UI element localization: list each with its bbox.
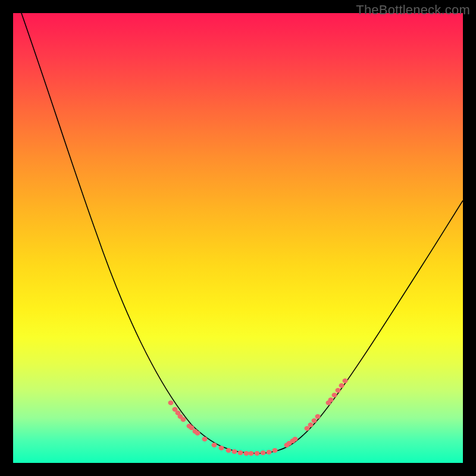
- curve-marker: [308, 422, 314, 427]
- curve-marker: [305, 426, 310, 431]
- chart-frame: TheBottleneck.com: [0, 0, 476, 476]
- curve-marker: [267, 450, 272, 455]
- curve-marker: [232, 449, 237, 454]
- curve-marker: [168, 400, 174, 405]
- curve-marker: [202, 437, 208, 441]
- chart-svg: [13, 13, 463, 463]
- curve-marker: [219, 446, 224, 450]
- curve-line: [13, 13, 463, 453]
- curve-marker: [238, 450, 243, 455]
- curve-marker: [195, 431, 201, 436]
- curve-marker: [249, 451, 254, 456]
- plot-area: [13, 13, 463, 463]
- curve-marker: [273, 448, 278, 453]
- curve-marker: [339, 383, 345, 388]
- curve-marker: [255, 451, 260, 456]
- curve-marker: [244, 451, 249, 456]
- curve-marker: [212, 443, 217, 447]
- curve-marker: [343, 378, 348, 383]
- curve-marker: [332, 393, 337, 397]
- curve-marker: [181, 417, 186, 422]
- curve-marker: [315, 414, 321, 419]
- curve-marker: [189, 425, 195, 430]
- curve-marker: [328, 397, 334, 402]
- watermark-text: TheBottleneck.com: [356, 2, 470, 18]
- curve-marker: [336, 388, 341, 393]
- curve-marker: [293, 437, 298, 441]
- curve-marker: [312, 418, 317, 423]
- curve-marker: [226, 448, 231, 453]
- curve-marker: [261, 450, 266, 455]
- marker-group: [168, 378, 348, 456]
